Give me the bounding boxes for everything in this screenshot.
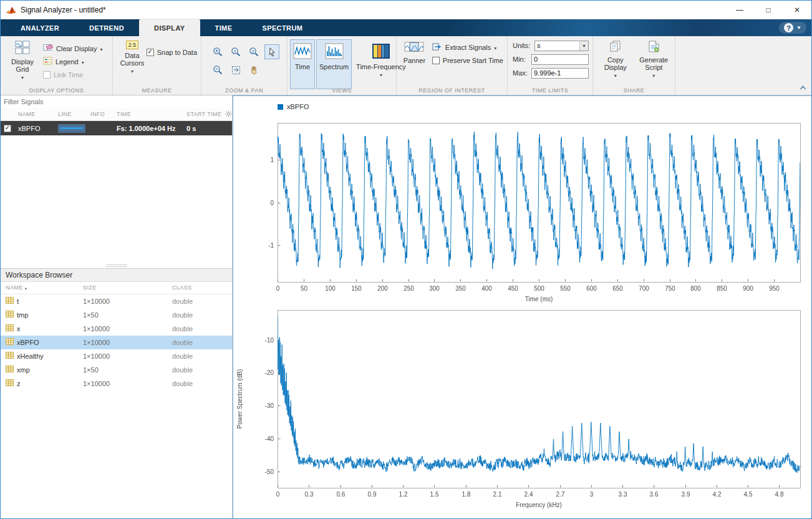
copy-display-button[interactable]: Copy Display	[598, 39, 633, 80]
pointer-tool-button[interactable]	[264, 44, 279, 59]
workspace-row[interactable]: tmp 1×50 double	[1, 308, 232, 322]
generate-script-label: Generate Script	[638, 56, 670, 71]
collapse-ribbon-button[interactable]	[799, 82, 807, 93]
spectrum-plot-canvas[interactable]	[233, 302, 812, 516]
section-share: Copy Display Generate Script SHARE	[593, 36, 675, 95]
extract-signals-label: Extract Signals	[445, 44, 491, 51]
ws-size-column-header[interactable]: SIZE	[83, 284, 172, 291]
signal-visible-checkbox[interactable]	[4, 125, 11, 132]
tab-time[interactable]: TIME	[200, 19, 248, 36]
panner-button[interactable]: Panner	[402, 39, 427, 64]
view-time-button[interactable]: Time	[290, 39, 315, 89]
info-column-header[interactable]: INFO	[88, 111, 114, 117]
panel-splitter[interactable]	[1, 264, 232, 268]
preserve-start-time-label: Preserve Start Time	[443, 57, 503, 64]
chevron-down-icon	[131, 67, 133, 75]
display-panel[interactable]: xBPFO	[233, 95, 812, 519]
variable-size: 1×10000	[83, 298, 172, 305]
filter-signals-box[interactable]	[1, 95, 232, 108]
legend-button[interactable]: Legend	[43, 55, 102, 68]
close-button[interactable]: ✕	[783, 1, 811, 19]
snap-to-data-label: Snap to Data	[157, 49, 197, 56]
filter-signals-input[interactable]	[1, 96, 232, 108]
clear-display-icon	[43, 44, 53, 53]
time-plot-canvas[interactable]	[233, 112, 812, 316]
workspace-row[interactable]: xHealthy 1×10000 double	[1, 349, 232, 363]
chevron-down-icon	[100, 45, 102, 52]
pan-button[interactable]	[246, 62, 261, 77]
time-column-header[interactable]: TIME	[114, 111, 184, 117]
preserve-start-time-checkbox[interactable]	[432, 57, 440, 64]
max-label: Max:	[513, 69, 531, 77]
ws-class-column-header[interactable]: CLASS	[172, 284, 232, 291]
section-label: REGION OF INTEREST	[397, 87, 507, 94]
start-time-column-header[interactable]: START TIME	[184, 111, 223, 117]
generate-script-button[interactable]: Generate Script	[637, 39, 672, 80]
workspace-row[interactable]: xmp 1×50 double	[1, 363, 232, 377]
window-controls: — □ ✕	[725, 1, 811, 19]
section-label: SHARE	[593, 87, 675, 94]
variable-size: 1×10000	[83, 352, 172, 360]
zoom-out-button[interactable]	[210, 62, 225, 77]
window-title: Signal Analyzer - untitled*	[21, 6, 106, 14]
signal-table-header: NAME LINE INFO TIME START TIME	[1, 108, 232, 121]
workspace-row[interactable]: z 1×10000 double	[1, 377, 232, 390]
section-label: TIME LIMITS	[508, 87, 592, 94]
workspace-row[interactable]: t 1×10000 double	[1, 294, 232, 308]
data-cursors-button[interactable]: 2.5 Data Cursors	[118, 39, 147, 75]
variable-size: 1×10000	[83, 325, 172, 332]
variable-name: xBPFO	[17, 339, 39, 346]
ws-name-column-header[interactable]: NAME	[1, 284, 83, 291]
zoom-y-icon: y	[249, 47, 259, 57]
minimize-button[interactable]: —	[725, 1, 754, 19]
help-icon[interactable]: ?	[784, 23, 793, 32]
line-column-header[interactable]: LINE	[56, 111, 88, 117]
data-cursor-icon: 2.5	[126, 41, 139, 49]
variable-class: double	[172, 311, 232, 319]
maximize-button[interactable]: □	[754, 1, 783, 19]
variable-size: 1×50	[83, 366, 172, 374]
extract-signals-button[interactable]: Extract Signals	[432, 41, 503, 54]
min-input[interactable]	[531, 54, 589, 65]
workspace-table-header: NAME SIZE CLASS	[1, 282, 232, 294]
tab-detrend[interactable]: DETREND	[74, 19, 139, 36]
zoom-out-icon	[213, 65, 223, 75]
tab-analyzer[interactable]: ANALYZER	[6, 19, 74, 36]
signal-line-preview[interactable]	[56, 124, 88, 133]
legend-label: xBPFO	[287, 103, 309, 110]
zoom-y-button[interactable]: y	[246, 44, 261, 59]
variable-name: tmp	[17, 311, 28, 319]
preserve-start-time-row[interactable]: Preserve Start Time	[432, 54, 503, 67]
workspace-row[interactable]: xBPFO 1×10000 double	[1, 336, 232, 349]
tab-spectrum[interactable]: SPECTRUM	[247, 19, 317, 36]
variable-icon	[6, 297, 14, 305]
matlab-logo-icon	[6, 6, 16, 14]
variable-name: z	[17, 380, 21, 387]
units-select[interactable]: s ▼	[534, 41, 589, 51]
name-column-header[interactable]: NAME	[16, 111, 56, 117]
spectrum-view-label: Spectrum	[319, 63, 349, 70]
chevron-down-icon	[652, 71, 655, 80]
table-settings-button[interactable]	[223, 110, 233, 119]
snap-to-data-checkbox[interactable]	[147, 49, 154, 56]
variable-size: 1×10000	[83, 339, 172, 346]
workspace-row[interactable]: x 1×10000 double	[1, 322, 232, 336]
help-menu[interactable]: ? ▼	[779, 22, 806, 34]
snap-to-data-row[interactable]: Snap to Data	[147, 46, 197, 59]
zoom-in-icon	[213, 47, 223, 57]
section-roi: Panner Extract Signals Preserve Start Ti…	[397, 36, 508, 95]
variable-icon	[6, 338, 14, 346]
display-grid-button[interactable]: Display Grid	[6, 39, 39, 82]
data-cursors-label: Data Cursors	[119, 52, 145, 67]
fit-to-view-button[interactable]	[228, 62, 243, 77]
variable-icon	[6, 324, 14, 332]
variable-name: t	[17, 298, 19, 305]
clear-display-button[interactable]: Clear Display	[43, 42, 102, 55]
view-spectrum-button[interactable]: Spectrum	[316, 39, 352, 89]
max-input[interactable]	[531, 68, 589, 79]
panner-label: Panner	[404, 57, 425, 64]
zoom-in-button[interactable]	[210, 44, 225, 59]
tab-display[interactable]: DISPLAY	[139, 19, 200, 36]
signal-row-xbpfo[interactable]: xBPFO Fs: 1.0000e+04 Hz 0 s	[1, 121, 232, 135]
zoom-x-button[interactable]: x	[228, 44, 243, 59]
